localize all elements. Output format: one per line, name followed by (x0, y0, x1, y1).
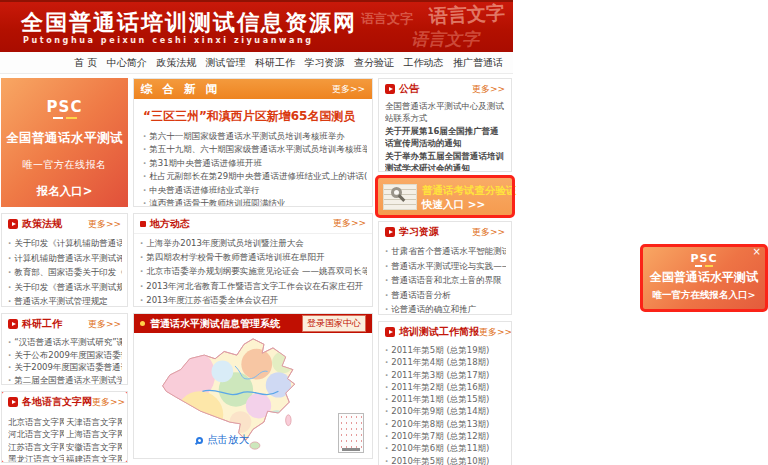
list-item[interactable]: 2011年第5期 (总第19期) (385, 344, 506, 356)
more-link[interactable]: 更多>> (479, 326, 512, 339)
list-item[interactable]: 2011年第3期 (总第17期) (385, 369, 506, 381)
floating-signup-entry-link[interactable]: 唯一官方在线报名入口> (643, 289, 765, 302)
regional-site-link[interactable]: 上海语言文字网 (66, 428, 122, 440)
login-national-center-button[interactable]: 登录国家中心 (302, 315, 366, 332)
header-watermark: 语言文字 (361, 10, 413, 28)
section-title: 学习资源 (399, 225, 439, 239)
header-watermark: 语言文字 (411, 28, 479, 51)
close-icon[interactable]: × (753, 247, 761, 257)
list-item[interactable]: 2010年第6期 (总第11期) (385, 442, 506, 454)
china-map[interactable] (150, 335, 358, 453)
nav-item[interactable]: 工作动态 (403, 56, 443, 70)
list-item[interactable]: 北京市语委举办规划纲要实施意见论证会 ——姚喜双司长等到会调研 (140, 264, 367, 278)
system-header: 普通话水平测试信息管理系统 登录国家中心 (134, 314, 372, 333)
list-item[interactable]: 2010年第7期 (总第12期) (385, 430, 506, 442)
header-watermark: 语言文字 (428, 2, 505, 30)
play-icon (8, 319, 18, 329)
section-title: 政策法规 (22, 217, 62, 231)
list-item[interactable]: 普通话语音和北京土音的界限 (385, 273, 506, 288)
section-policy: 政策法规 更多>> 关于印发《计算机辅助普通话水平测计算机辅助普通话水平测试评分… (1, 213, 128, 307)
nav-item[interactable]: 测试管理 (206, 56, 246, 70)
list-item[interactable]: 教育部、国家语委关于印发《普通话 (8, 265, 122, 280)
regional-site-link[interactable]: 黑龙江语言文字网 (8, 453, 64, 463)
regional-site-link[interactable]: 北京语言文字网 (8, 416, 64, 428)
list-item[interactable]: 论普通话的确立和推广 (385, 302, 506, 315)
page: 全国普通话培训测试信息资源网 Putonghua peixun ceshi xi… (0, 0, 768, 465)
list-item[interactable]: 2013年度江苏省语委全体会议召开 (140, 293, 367, 307)
list-item[interactable]: 上海举办2013年度测试员培训暨注册大会 (140, 236, 367, 250)
bulletin-list: 2011年第5期 (总第19期)2011年第4期 (总第18期)2011年第3期… (379, 342, 511, 465)
learning-list: 甘肃省首个普通话水平智能测试站在普通话水平测试理论与实践——国测普通话语音和北京… (379, 242, 511, 315)
list-item[interactable]: 关于印发《普通话水平测试规程》的 (8, 280, 122, 295)
list-item[interactable]: 普通话语音分析 (385, 288, 506, 303)
list-item[interactable]: 关于举办第五届全国普通话培训测试学术研讨会的通知 (385, 151, 506, 172)
list-item[interactable]: 2010年第5期 (总第10期) (385, 455, 506, 465)
nav-item[interactable]: 学习资源 (305, 56, 345, 70)
section-news: 综 合 新 闻 更多>> “三区三州”和滇西片区新增65名国测员 第六十一期国家… (133, 78, 373, 207)
news-headline[interactable]: “三区三州”和滇西片区新增65名国测员 (134, 99, 372, 128)
section-local-news: 地方动态 更多>> 上海举办2013年度测试员培训暨注册大会第四期农村学校骨干教… (133, 213, 373, 307)
section-title: 科研工作 (22, 317, 62, 331)
list-item[interactable]: “汉语普通话水平测试研究”课题通过 (8, 336, 122, 349)
list-item[interactable]: 2013年河北省教育工作暨语言文字工作会议在石家庄召开 (140, 279, 367, 293)
bullet-icon (140, 321, 145, 326)
more-link[interactable]: 更多>> (88, 218, 121, 231)
policy-list: 关于印发《计算机辅助普通话水平测计算机辅助普通话水平测试评分试行教育部、国家语委… (2, 234, 127, 307)
map-zoom-link[interactable]: 点击放大 (196, 433, 249, 447)
psc-logo: PSC (1, 78, 128, 116)
list-item[interactable]: 关于印发《计算机辅助普通话水平测 (8, 236, 122, 251)
list-item[interactable]: 计算机辅助普通话水平测试评分试行 (8, 251, 122, 266)
nav-item[interactable]: 查分验证 (354, 56, 394, 70)
list-item[interactable]: 全国普通话水平测试中心及测试站联系方式 (385, 101, 506, 124)
nav-item[interactable]: 政策法规 (156, 56, 196, 70)
list-item[interactable]: 关于公布2009年度国家语委普通话 (8, 349, 122, 362)
floating-psc-banner[interactable]: × PSC 全国普通话水平测试 唯一官方在线报名入口> (643, 247, 765, 309)
list-item[interactable]: 2011年第4期 (总第18期) (385, 356, 506, 368)
list-item[interactable]: 第31期中央普通话进修班开班 (143, 157, 367, 170)
promo-subtitle: 唯一官方在线报名 (1, 158, 128, 172)
regional-site-link[interactable]: 河北语言文字网 (8, 428, 64, 440)
section-notice: 公告 更多>> 全国普通话水平测试中心及测试站联系方式关于开展第16届全国推广普… (378, 78, 512, 172)
nav-item[interactable]: 中心简介 (107, 56, 147, 70)
score-query-banner[interactable]: 普通话考试查分验证 快速入口 >> (378, 178, 512, 215)
section-regional-sites: 各地语言文字网 更多>> 北京语言文字网天津语言文字网河北语言文字网上海语言文字… (1, 391, 128, 463)
list-item[interactable]: 关于开展第16届全国推广普通话宣传周活动的通知 (385, 126, 506, 149)
local-news-list: 上海举办2013年度测试员培训暨注册大会第四期农村学校骨干教师普通话培训班在阜阳… (134, 234, 372, 307)
more-link[interactable]: 更多>> (88, 318, 121, 331)
more-link[interactable]: 更多>> (332, 83, 365, 96)
section-title: 综 合 新 闻 (141, 82, 220, 97)
regional-site-link[interactable]: 福建语言文字网 (66, 453, 122, 463)
regional-site-link[interactable]: 安徽语言文字网 (66, 441, 122, 453)
play-icon (385, 327, 395, 337)
list-item[interactable]: 2010年第9期 (总第14期) (385, 405, 506, 417)
more-link[interactable]: 更多>> (333, 217, 366, 230)
list-item[interactable]: 第六十一期国家级普通话水平测试员培训考核班举办 (143, 130, 367, 143)
signup-entry-link[interactable]: 报名入口> (1, 184, 128, 199)
list-item[interactable]: 中央普通话进修班结业式举行 (143, 184, 367, 197)
section-title: 地方动态 (150, 217, 190, 231)
more-link[interactable]: 更多>> (92, 396, 125, 409)
list-item[interactable]: 2011年第1期 (总第15期) (385, 393, 506, 405)
more-link[interactable]: 更多>> (472, 226, 505, 239)
list-item[interactable]: 杜占元副部长在第29期中央普通话进修班结业式上的讲话(节选) (143, 170, 367, 183)
section-title: 公告 (399, 82, 419, 96)
section-header: 政策法规 更多>> (2, 214, 127, 234)
psc-signup-banner[interactable]: PSC 全国普通话水平测试 唯一官方在线报名 报名入口> (1, 78, 128, 207)
list-item[interactable]: 第二届全国普通话水平测试学术研讨 (8, 374, 122, 385)
regional-site-link[interactable]: 天津语言文字网 (66, 416, 122, 428)
psc-logo-underline (695, 265, 713, 267)
list-item[interactable]: 第五十九期、六十期国家级普通话水平测试员培训考核班举办 (143, 143, 367, 156)
more-link[interactable]: 更多>> (472, 83, 505, 96)
list-item[interactable]: 普通话水平测试管理规定 (8, 294, 122, 307)
list-item[interactable]: 滇西普通话骨干教师培训班圆满结业 (143, 197, 367, 207)
list-item[interactable]: 关于2009年度国家语委普通话培训 (8, 361, 122, 374)
nav-item[interactable]: 推广普通话 (453, 56, 503, 70)
list-item[interactable]: 2011年第2期 (总第16期) (385, 381, 506, 393)
nav-item[interactable]: 科研工作 (255, 56, 295, 70)
list-item[interactable]: 第四期农村学校骨干教师普通话培训班在阜阳开 (140, 250, 367, 264)
list-item[interactable]: 甘肃省首个普通话水平智能测试站在 (385, 244, 506, 259)
nav-item[interactable]: 首 页 (74, 56, 97, 70)
list-item[interactable]: 2010年第8期 (总第13期) (385, 418, 506, 430)
list-item[interactable]: 普通话水平测试理论与实践——国测 (385, 259, 506, 274)
regional-site-link[interactable]: 江苏语言文字网 (8, 441, 64, 453)
